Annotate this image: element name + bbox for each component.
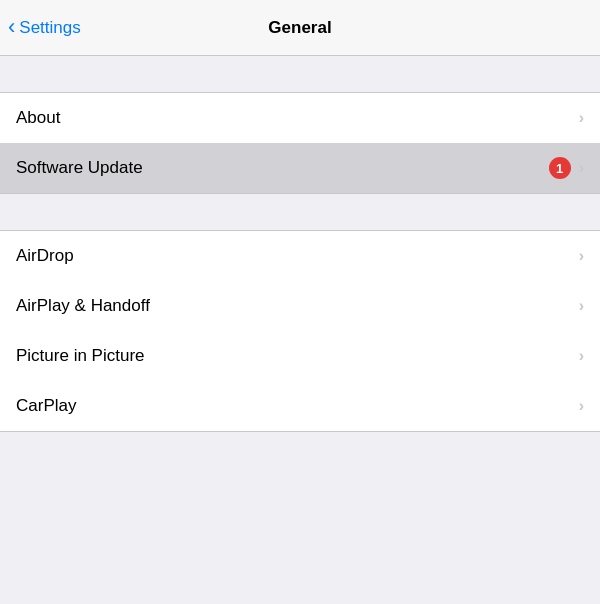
about-label: About	[16, 108, 579, 128]
airdrop-chevron-icon: ›	[579, 247, 584, 265]
software-update-badge: 1	[549, 157, 571, 179]
back-chevron-icon: ‹	[8, 16, 15, 38]
airplay-handoff-right: ›	[579, 297, 584, 315]
back-label: Settings	[19, 18, 80, 38]
section-spacer-1	[0, 56, 600, 92]
airdrop-label: AirDrop	[16, 246, 579, 266]
nav-bar: ‹ Settings General	[0, 0, 600, 56]
software-update-right: 1 ›	[549, 157, 584, 179]
settings-row-carplay[interactable]: CarPlay ›	[0, 381, 600, 431]
software-update-chevron-icon: ›	[579, 159, 584, 177]
carplay-chevron-icon: ›	[579, 397, 584, 415]
settings-row-picture-in-picture[interactable]: Picture in Picture ›	[0, 331, 600, 381]
page-title: General	[268, 18, 331, 38]
about-right: ›	[579, 109, 584, 127]
airplay-handoff-chevron-icon: ›	[579, 297, 584, 315]
settings-row-about[interactable]: About ›	[0, 93, 600, 143]
airdrop-right: ›	[579, 247, 584, 265]
section-spacer-2	[0, 194, 600, 230]
settings-row-airdrop[interactable]: AirDrop ›	[0, 231, 600, 281]
settings-row-software-update[interactable]: Software Update 1 ›	[0, 143, 600, 193]
settings-group-2: AirDrop › AirPlay & Handoff › Picture in…	[0, 230, 600, 432]
settings-row-airplay-handoff[interactable]: AirPlay & Handoff ›	[0, 281, 600, 331]
picture-in-picture-right: ›	[579, 347, 584, 365]
airplay-handoff-label: AirPlay & Handoff	[16, 296, 579, 316]
about-chevron-icon: ›	[579, 109, 584, 127]
back-button[interactable]: ‹ Settings	[8, 17, 81, 38]
carplay-right: ›	[579, 397, 584, 415]
carplay-label: CarPlay	[16, 396, 579, 416]
picture-in-picture-label: Picture in Picture	[16, 346, 579, 366]
picture-in-picture-chevron-icon: ›	[579, 347, 584, 365]
software-update-label: Software Update	[16, 158, 549, 178]
settings-group-1: About › Software Update 1 ›	[0, 92, 600, 194]
